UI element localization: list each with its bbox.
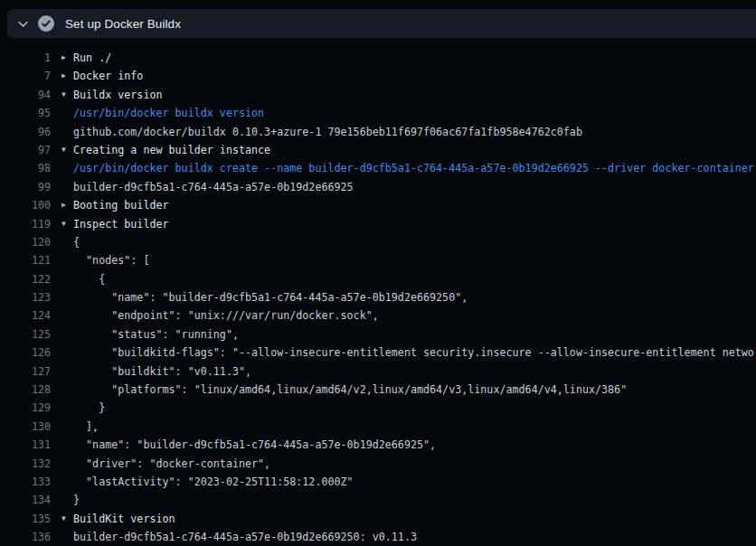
log-area: 1 ▶ Run ./ 7 ▶ Docker info 94 ▼ Buildx v… <box>0 49 756 546</box>
log-text: github.com/docker/buildx 0.10.3+azure-1 … <box>73 123 582 141</box>
log-text: Run ./ <box>73 49 111 67</box>
line-number[interactable]: 126 <box>0 344 51 362</box>
twisty-spacer <box>61 528 73 546</box>
log-line: 133 "lastActivity": "2023-02-25T11:58:12… <box>0 473 756 491</box>
log-text: "buildkitd-flags": "--allow-insecure-ent… <box>73 344 756 362</box>
line-number[interactable]: 121 <box>0 251 51 269</box>
twisty-spacer <box>61 491 73 509</box>
twisty-spacer <box>61 473 73 491</box>
twisty-spacer <box>61 436 73 454</box>
log-line: 122 { <box>0 270 756 288</box>
log-text: "platforms": "linux/amd64,linux/amd64/v2… <box>73 381 627 399</box>
log-line[interactable]: 7 ▶ Docker info <box>0 67 756 85</box>
twisty-spacer <box>61 159 73 177</box>
line-number[interactable]: 99 <box>0 178 51 196</box>
log-line: 96 github.com/docker/buildx 0.10.3+azure… <box>0 123 756 141</box>
step-header[interactable]: Set up Docker Buildx <box>7 9 756 38</box>
log-line: 125 "status": "running", <box>0 325 756 344</box>
line-number[interactable]: 96 <box>0 123 51 141</box>
line-number[interactable]: 130 <box>0 418 51 436</box>
log-text: Docker info <box>73 67 143 85</box>
log-text: { <box>73 233 80 251</box>
line-number[interactable]: 135 <box>0 510 51 528</box>
line-number[interactable]: 94 <box>0 86 51 104</box>
log-line: 132 "driver": "docker-container", <box>0 455 756 473</box>
log-text: "driver": "docker-container", <box>73 455 270 473</box>
line-number[interactable]: 1 <box>0 49 51 67</box>
line-number[interactable]: 132 <box>0 455 51 473</box>
log-text: Buildx version <box>73 86 163 104</box>
log-text: "status": "running", <box>73 325 239 344</box>
step-title: Set up Docker Buildx <box>65 17 181 31</box>
line-number[interactable]: 122 <box>0 270 51 288</box>
line-number[interactable]: 100 <box>0 196 51 214</box>
chevron-down-icon[interactable]: ▼ <box>61 86 73 104</box>
twisty-spacer <box>61 123 73 141</box>
line-number[interactable]: 127 <box>0 362 51 381</box>
chevron-right-icon[interactable]: ▶ <box>61 196 73 214</box>
line-number[interactable]: 123 <box>0 288 51 306</box>
twisty-spacer <box>61 233 73 251</box>
line-number[interactable]: 131 <box>0 436 51 454</box>
line-number[interactable]: 136 <box>0 528 51 546</box>
line-number[interactable]: 95 <box>0 104 51 122</box>
chevron-down-icon[interactable] <box>7 18 38 30</box>
log-line: 134 } <box>0 491 756 509</box>
line-number[interactable]: 98 <box>0 159 51 177</box>
twisty-spacer <box>61 306 73 325</box>
line-number[interactable]: 124 <box>0 306 51 325</box>
log-text: "name": "builder-d9cfb5a1-c764-445a-a57e… <box>73 436 436 454</box>
log-text: /usr/bin/docker buildx create --name bui… <box>73 159 754 177</box>
line-number[interactable]: 129 <box>0 399 51 417</box>
log-text: ], <box>73 418 99 436</box>
log-text: "buildkit": "v0.11.3", <box>73 362 251 381</box>
log-line: 129 } <box>0 399 756 417</box>
log-line[interactable]: 94 ▼ Buildx version <box>0 86 756 104</box>
log-line: 123 "name": "builder-d9cfb5a1-c764-445a-… <box>0 288 756 306</box>
log-text: builder-d9cfb5a1-c764-445a-a57e-0b19d2e6… <box>73 178 354 196</box>
log-line: 121 "nodes": [ <box>0 251 756 269</box>
log-line: 99 builder-d9cfb5a1-c764-445a-a57e-0b19d… <box>0 178 756 196</box>
log-text: BuildKit version <box>73 510 175 528</box>
chevron-down-icon[interactable]: ▼ <box>61 215 73 233</box>
chevron-right-icon[interactable]: ▶ <box>61 67 73 85</box>
log-text: { <box>73 270 105 288</box>
line-number[interactable]: 134 <box>0 491 51 509</box>
line-number[interactable]: 119 <box>0 215 51 233</box>
line-number[interactable]: 128 <box>0 381 51 399</box>
log-line[interactable]: 97 ▼ Creating a new builder instance <box>0 141 756 159</box>
twisty-spacer <box>61 455 73 473</box>
log-line[interactable]: 100 ▶ Booting builder <box>0 196 756 214</box>
log-line[interactable]: 135 ▼ BuildKit version <box>0 510 756 528</box>
log-line: 136 builder-d9cfb5a1-c764-445a-a57e-0b19… <box>0 528 756 546</box>
log-line: 95 /usr/bin/docker buildx version <box>0 104 756 122</box>
line-number[interactable]: 97 <box>0 141 51 159</box>
chevron-down-icon[interactable]: ▼ <box>61 510 73 528</box>
log-line: 124 "endpoint": "unix:///var/run/docker.… <box>0 306 756 325</box>
log-text: "endpoint": "unix:///var/run/docker.sock… <box>73 306 379 325</box>
twisty-spacer <box>61 288 73 306</box>
log-line[interactable]: 119 ▼ Inspect builder <box>0 215 756 233</box>
log-text: } <box>73 399 105 417</box>
check-circle-icon <box>38 15 54 32</box>
twisty-spacer <box>61 270 73 288</box>
log-text: Inspect builder <box>73 215 169 233</box>
log-text: "name": "builder-d9cfb5a1-c764-445a-a57e… <box>73 288 468 306</box>
line-number[interactable]: 120 <box>0 233 51 251</box>
log-line[interactable]: 1 ▶ Run ./ <box>0 49 756 67</box>
twisty-spacer <box>61 104 73 122</box>
twisty-spacer <box>61 251 73 269</box>
log-line: 127 "buildkit": "v0.11.3", <box>0 362 756 381</box>
line-number[interactable]: 133 <box>0 473 51 491</box>
twisty-spacer <box>61 399 73 417</box>
chevron-right-icon[interactable]: ▶ <box>61 49 73 67</box>
line-number[interactable]: 125 <box>0 325 51 344</box>
log-text: Creating a new builder instance <box>73 141 270 159</box>
log-text: "lastActivity": "2023-02-25T11:58:12.000… <box>73 473 354 491</box>
chevron-down-icon[interactable]: ▼ <box>61 141 73 159</box>
line-number[interactable]: 7 <box>0 67 51 85</box>
log-line: 130 ], <box>0 418 756 436</box>
twisty-spacer <box>61 418 73 436</box>
twisty-spacer <box>61 344 73 362</box>
log-text: builder-d9cfb5a1-c764-445a-a57e-0b19d2e6… <box>73 528 417 546</box>
